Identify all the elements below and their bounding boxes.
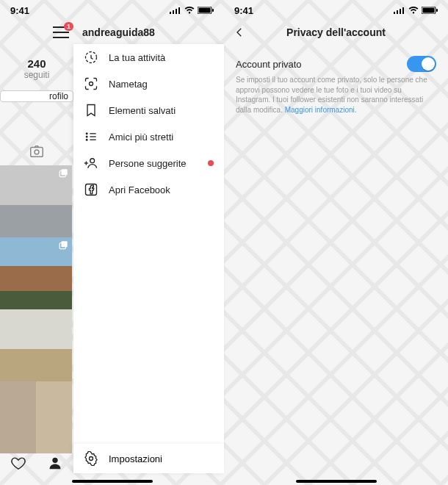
facebook-icon bbox=[84, 182, 98, 197]
svg-rect-27 bbox=[394, 12, 395, 14]
menu-badge: 1 bbox=[64, 22, 73, 31]
status-time: 9:41 bbox=[234, 5, 253, 16]
menu-button[interactable]: 1 bbox=[53, 26, 69, 38]
svg-point-26 bbox=[52, 458, 57, 463]
activity-icon bbox=[84, 50, 98, 65]
menu-item-nametag[interactable]: Nametag bbox=[73, 71, 224, 97]
nametag-icon bbox=[84, 76, 98, 91]
settings-button[interactable]: Impostazioni bbox=[73, 444, 224, 473]
menu-label: Elementi salvati bbox=[109, 105, 176, 116]
private-account-description: Se imposti il tuo account come privato, … bbox=[236, 75, 436, 115]
battery-icon bbox=[198, 7, 214, 14]
battery-icon bbox=[422, 7, 438, 14]
heart-icon[interactable] bbox=[10, 455, 26, 471]
learn-more-link[interactable]: Maggiori informazioni. bbox=[285, 106, 357, 114]
side-menu: La tua attività Nametag Elementi salvati… bbox=[73, 44, 224, 450]
svg-rect-6 bbox=[212, 9, 214, 12]
edit-profile-button[interactable]: rofilo bbox=[0, 90, 73, 102]
svg-rect-0 bbox=[170, 12, 171, 14]
svg-rect-1 bbox=[173, 10, 174, 14]
svg-rect-11 bbox=[62, 241, 68, 247]
notification-dot bbox=[208, 160, 214, 166]
status-bar: 9:41 bbox=[0, 0, 224, 21]
post-thumbnail[interactable] bbox=[0, 381, 72, 453]
menu-label: Amici più stretti bbox=[109, 132, 173, 143]
profile-tab-icon[interactable] bbox=[47, 455, 63, 471]
menu-item-activity[interactable]: La tua attività bbox=[73, 44, 224, 71]
svg-point-14 bbox=[90, 82, 93, 86]
svg-rect-7 bbox=[31, 148, 43, 157]
svg-rect-28 bbox=[397, 10, 398, 14]
svg-rect-9 bbox=[62, 169, 68, 175]
menu-label: Nametag bbox=[109, 79, 148, 90]
status-time: 9:41 bbox=[10, 5, 29, 16]
home-indicator bbox=[72, 480, 153, 483]
svg-rect-30 bbox=[402, 7, 404, 14]
close-friends-icon bbox=[84, 129, 98, 144]
tagged-icon[interactable] bbox=[29, 143, 45, 159]
menu-label: Apri Facebook bbox=[109, 184, 170, 195]
svg-rect-33 bbox=[436, 9, 438, 12]
svg-point-17 bbox=[86, 139, 87, 140]
menu-item-facebook[interactable]: Apri Facebook bbox=[73, 176, 224, 203]
menu-item-saved[interactable]: Elementi salvati bbox=[73, 97, 224, 123]
status-bar: 9:41 bbox=[224, 0, 448, 21]
post-thumbnail[interactable] bbox=[0, 309, 72, 381]
gear-icon bbox=[84, 451, 98, 466]
carousel-icon bbox=[59, 240, 69, 251]
bookmark-icon bbox=[84, 103, 98, 118]
post-thumbnail[interactable] bbox=[0, 237, 72, 309]
wifi-icon bbox=[184, 7, 195, 14]
menu-item-close-friends[interactable]: Amici più stretti bbox=[73, 123, 224, 150]
back-button[interactable] bbox=[233, 26, 246, 39]
svg-rect-5 bbox=[199, 8, 211, 13]
following-count: 240 bbox=[0, 57, 73, 70]
menu-item-discover-people[interactable]: Persone suggerite bbox=[73, 150, 224, 176]
username-label: andreaguida88 bbox=[82, 26, 155, 38]
settings-label: Impostazioni bbox=[109, 453, 162, 464]
wifi-icon bbox=[408, 7, 419, 14]
following-label: seguiti bbox=[0, 70, 73, 80]
svg-rect-3 bbox=[178, 7, 180, 14]
svg-rect-29 bbox=[400, 9, 401, 14]
following-stat[interactable]: 240 seguiti bbox=[0, 57, 73, 80]
signal-icon bbox=[394, 7, 405, 14]
menu-label: Persone suggerite bbox=[109, 158, 187, 169]
discover-people-icon bbox=[84, 156, 98, 170]
svg-point-21 bbox=[90, 159, 95, 163]
svg-point-16 bbox=[86, 136, 87, 137]
menu-label: La tua attività bbox=[109, 52, 165, 63]
svg-rect-32 bbox=[423, 8, 435, 13]
private-account-label: Account privato bbox=[236, 59, 302, 70]
post-thumbnail[interactable] bbox=[0, 165, 72, 237]
svg-point-15 bbox=[86, 133, 87, 134]
home-indicator bbox=[296, 480, 377, 483]
carousel-icon bbox=[59, 168, 69, 179]
signal-icon bbox=[170, 7, 181, 14]
svg-point-8 bbox=[35, 150, 39, 154]
private-account-toggle[interactable] bbox=[407, 56, 436, 72]
svg-point-25 bbox=[90, 457, 93, 461]
page-title: Privacy dell'account bbox=[224, 26, 448, 38]
svg-rect-2 bbox=[176, 9, 177, 14]
